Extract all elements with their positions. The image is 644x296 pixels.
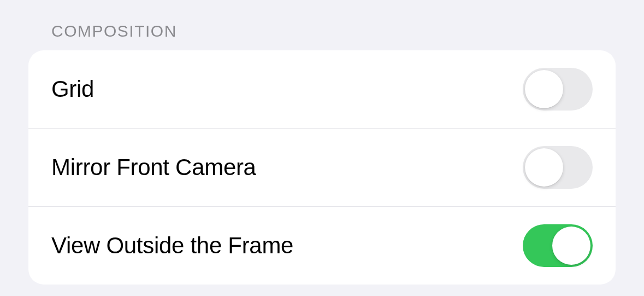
settings-row-mirror-front-camera: Mirror Front Camera — [28, 128, 616, 206]
section-header-composition: COMPOSITION — [28, 22, 616, 40]
toggle-knob — [552, 227, 590, 265]
row-label-grid: Grid — [51, 76, 94, 102]
row-label-mirror-front-camera: Mirror Front Camera — [51, 154, 256, 181]
settings-row-grid: Grid — [28, 50, 616, 128]
settings-group-composition: Grid Mirror Front Camera View Outside th… — [28, 50, 616, 285]
toggle-grid[interactable] — [523, 68, 593, 111]
toggle-mirror-front-camera[interactable] — [523, 146, 593, 189]
toggle-knob — [525, 148, 563, 187]
settings-container: COMPOSITION Grid Mirror Front Camera Vie… — [0, 0, 644, 296]
settings-row-view-outside-frame: View Outside the Frame — [28, 206, 616, 285]
toggle-knob — [525, 70, 563, 108]
row-label-view-outside-frame: View Outside the Frame — [51, 233, 293, 259]
toggle-view-outside-frame[interactable] — [523, 224, 593, 267]
